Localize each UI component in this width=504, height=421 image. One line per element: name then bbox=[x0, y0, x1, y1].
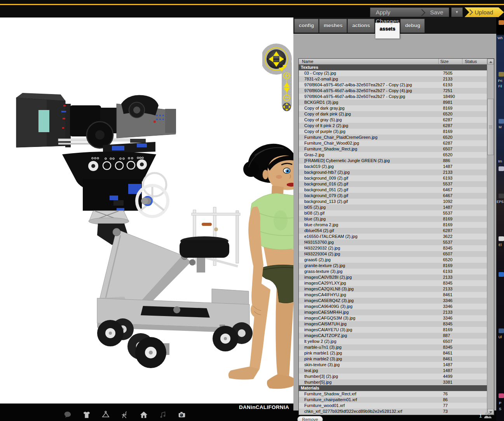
table-row[interactable]: back019 (2).jpg1487 bbox=[299, 164, 487, 169]
desktop-label[interactable]: El bbox=[496, 243, 504, 247]
table-row[interactable]: f493229032 (2).jpg8345 bbox=[299, 245, 487, 251]
desktop-icon-fragment[interactable] bbox=[496, 166, 504, 171]
table-row[interactable]: grass-texture (3).jpg6193 bbox=[299, 269, 487, 274]
table-row[interactable]: background_051 (2).gif6467 bbox=[299, 187, 487, 193]
table-row[interactable]: pink marble2 (3).jpg8461 bbox=[299, 356, 487, 362]
upload-button[interactable]: Upload bbox=[464, 7, 504, 17]
table-row[interactable]: thumber[3] (2).jpg4499 bbox=[299, 374, 487, 379]
desktop-label[interactable]: Ul bbox=[496, 335, 504, 339]
table-row[interactable]: Furniture_Shadow_Rect.jpg6507 bbox=[299, 146, 487, 152]
desktop-icon-fragment[interactable] bbox=[496, 236, 504, 241]
table-row[interactable]: 976f8604-a975-46d7-a4ba-32e507ea2b27 - C… bbox=[299, 88, 487, 94]
table-row[interactable]: 03 - Copy (2).jpg7505 bbox=[299, 70, 487, 76]
desktop-icon-fragment[interactable] bbox=[496, 393, 504, 398]
tab-config[interactable]: config bbox=[294, 19, 319, 33]
table-row[interactable]: bl05 (2).jpg1487 bbox=[299, 204, 487, 210]
table-row[interactable]: lt yellow 2 (2).jpg6507 bbox=[299, 339, 487, 344]
table-row[interactable]: Copy of purple (3).jpg8169 bbox=[299, 129, 487, 135]
table-row[interactable]: Furniture_Chair_PlaidCremeGreen.jpg6520 bbox=[299, 135, 487, 140]
table-row[interactable]: Furniture_wood01.xrf77 bbox=[299, 403, 487, 409]
table-row[interactable]: background_113 (2).gif1092 bbox=[299, 199, 487, 204]
table-row[interactable]: BCKGRD1 (3).jpg8981 bbox=[299, 100, 487, 105]
desktop-icon-fragment[interactable] bbox=[496, 272, 504, 277]
table-row[interactable]: background_016 (2).gif5537 bbox=[299, 181, 487, 187]
column-header-status[interactable]: Status bbox=[462, 59, 487, 64]
table-row[interactable]: dblue054 (2).gif6287 bbox=[299, 228, 487, 234]
chair-icon[interactable] bbox=[120, 411, 129, 419]
save-button[interactable]: Save bbox=[425, 8, 449, 17]
table-row[interactable]: imagesCAFGQS3M (3).jpg3346 bbox=[299, 315, 487, 321]
chat-icon[interactable] bbox=[63, 411, 72, 419]
music-icon[interactable] bbox=[159, 411, 167, 419]
table-row[interactable]: Copy of dark gray.jpg8169 bbox=[299, 105, 487, 111]
desktop-label[interactable]: M bbox=[496, 125, 504, 129]
desktop-label[interactable]: Wh bbox=[496, 36, 504, 40]
table-row[interactable]: imagesCA96409G (3).jpg3346 bbox=[299, 304, 487, 309]
table-row[interactable]: imagesCAI5M7UH.jpg8345 bbox=[299, 321, 487, 327]
table-row[interactable]: f493229304 (2).jpg6507 bbox=[299, 251, 487, 257]
table-row[interactable]: imagesCA0VB2BI (2).jpg2133 bbox=[299, 274, 487, 280]
table-row[interactable]: Furniture_chairpattern01.xrf86 bbox=[299, 397, 487, 403]
desktop-label[interactable]: P bbox=[496, 401, 504, 405]
table-row[interactable]: graas6 (2).jpg6520 bbox=[299, 257, 487, 263]
table-row[interactable]: granite-texture (2).jpg8169 bbox=[299, 263, 487, 269]
table-row[interactable]: blue chroma 2.jpg8169 bbox=[299, 222, 487, 228]
table-row[interactable]: Copy of gray (5).jpg6287 bbox=[299, 117, 487, 123]
table-row[interactable]: marble-u7n1 (3).jpg8345 bbox=[299, 344, 487, 350]
table-row[interactable]: thumber[5].jpg3381 bbox=[299, 379, 487, 385]
table-row[interactable]: Gras-2.jpg6520 bbox=[299, 152, 487, 158]
desktop-label[interactable]: S bbox=[496, 407, 504, 411]
table-row[interactable]: f493153760.jpg5537 bbox=[299, 239, 487, 245]
table-row[interactable]: blue (3).jpg8169 bbox=[299, 216, 487, 222]
hanger-icon[interactable] bbox=[101, 411, 110, 419]
desktop-label[interactable]: Fil bbox=[496, 84, 504, 89]
desktop-label[interactable]: Im bbox=[496, 159, 504, 164]
tab-debug[interactable]: debug bbox=[400, 19, 425, 33]
scrollbar-thumb[interactable] bbox=[487, 99, 494, 155]
table-row[interactable]: imagesCA4IFHYU.jpg8461 bbox=[299, 292, 487, 298]
table-row[interactable]: 976f8604-a975-46d7-a4ba-32e507ea2b27 - C… bbox=[299, 94, 487, 100]
table-row[interactable]: 7831-v2-small.jpg2133 bbox=[299, 76, 487, 82]
desktop-label[interactable]: Pri bbox=[496, 79, 504, 83]
tab-actions[interactable]: actions bbox=[347, 19, 375, 33]
table-row[interactable]: e16550-ITALCREAM (2).jpg3622 bbox=[299, 234, 487, 239]
table-row[interactable]: skin-texture (3).jpg1487 bbox=[299, 362, 487, 368]
tab-meshes[interactable]: meshes bbox=[319, 19, 347, 33]
table-scrollbar[interactable] bbox=[487, 59, 494, 415]
desktop-icon-fragment[interactable] bbox=[496, 328, 504, 334]
table-row[interactable]: [FRAMED] Cybernetic Jungle GREEN (2).jpg… bbox=[299, 158, 487, 164]
save-dropdown-button[interactable]: ▼ bbox=[451, 7, 463, 17]
apply-changes-button[interactable]: Apply Changes bbox=[370, 8, 418, 17]
shirt-icon[interactable] bbox=[82, 411, 91, 419]
table-row[interactable]: background_079 (3).gif6467 bbox=[299, 193, 487, 199]
desktop-icon-fragment[interactable] bbox=[496, 194, 504, 199]
desktop-icon-fragment[interactable] bbox=[496, 20, 504, 25]
home-icon[interactable] bbox=[140, 411, 148, 419]
pan-button[interactable] bbox=[283, 103, 291, 111]
3d-viewport[interactable] bbox=[0, 17, 294, 404]
table-row[interactable]: imagesCA5EBQ4Z (3).jpg3346 bbox=[299, 298, 487, 304]
scroll-up-button[interactable] bbox=[487, 59, 494, 65]
table-row[interactable]: imagesCAJTZOPZ.jpg887 bbox=[299, 333, 487, 339]
table-row[interactable]: background-htb7 (2).jpg2133 bbox=[299, 169, 487, 175]
camera-nav-widget[interactable] bbox=[262, 43, 295, 115]
column-header-size[interactable]: Size bbox=[439, 59, 462, 64]
table-row[interactable]: imagesCA29YLXY.jpg8345 bbox=[299, 280, 487, 286]
remove-button[interactable]: Remove bbox=[297, 416, 323, 421]
table-row[interactable]: Copy of dark pink (2).jpg6520 bbox=[299, 111, 487, 117]
desktop-icon-fragment[interactable] bbox=[496, 72, 504, 77]
table-row[interactable]: bl08 (2).gif5537 bbox=[299, 210, 487, 216]
column-header-name[interactable]: Name bbox=[299, 59, 439, 64]
table-row[interactable]: 976f8604-a975-46d7-a4ba-32e507ea2b27 - C… bbox=[299, 82, 487, 88]
table-row[interactable]: pink marble1 (2).jpg8461 bbox=[299, 350, 487, 356]
table-row[interactable]: Furniture_Chair_Wood02.jpg6287 bbox=[299, 140, 487, 146]
desktop-label[interactable]: EPS bbox=[496, 200, 504, 204]
table-row[interactable]: background_009 (2).gif6193 bbox=[299, 175, 487, 181]
table-row[interactable]: Copy of lt pink 2 (2).jpg6287 bbox=[299, 123, 487, 129]
camera-icon[interactable] bbox=[178, 411, 186, 419]
table-row[interactable]: imagesCA2QXLN8 (3).jpg2133 bbox=[299, 286, 487, 292]
table-row[interactable]: imagesCAESMR4H.jpg2133 bbox=[299, 309, 487, 315]
table-row[interactable]: imagesCAIAYE7U (3).jpg8169 bbox=[299, 327, 487, 333]
table-row[interactable]: teal.jpg1487 bbox=[299, 368, 487, 374]
desktop-icon-fragment[interactable] bbox=[496, 119, 504, 124]
